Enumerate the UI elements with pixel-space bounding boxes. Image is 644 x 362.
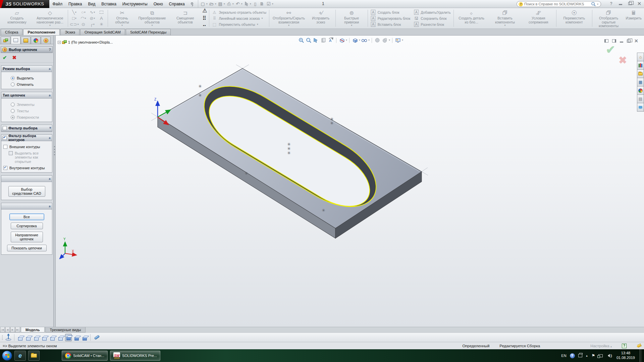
sort-button[interactable]: Сортировка	[11, 223, 43, 229]
trim-entities-button[interactable]: ✂ Отсечь объекты ▾	[109, 9, 136, 28]
tab-solidcam-operation[interactable]: Операция SolidCAM	[80, 29, 125, 35]
zoom-to-selection-icon[interactable]	[313, 37, 319, 44]
model-3d-view[interactable]: ✳✳ ✳✳ ✳✳✳ ✳✳ Z Y X	[56, 36, 644, 327]
dropdown-arrow-icon[interactable]: ▾	[232, 2, 234, 5]
insert-block-button[interactable]: 🄰Вставить блок	[371, 22, 411, 27]
taskbar-browser-icon[interactable]: e	[14, 351, 26, 361]
rotate-view-icon[interactable]: A	[327, 37, 334, 44]
doc-restore-icon[interactable]	[627, 40, 631, 43]
show-chains-button[interactable]: Показать цепочки	[7, 245, 47, 251]
section-view-icon[interactable]	[338, 37, 345, 44]
menu-edit[interactable]: Правка	[65, 0, 85, 8]
new-document-icon[interactable]: ▢	[200, 1, 206, 7]
menu-view[interactable]: Вид	[85, 0, 99, 8]
help-search-box[interactable]: ? ▾	[517, 1, 601, 7]
convert-entities-button[interactable]: ⧉ Преобразование объектов ▾	[135, 9, 169, 28]
collapse-chevron-icon[interactable]: «	[48, 178, 52, 179]
tree-expander-icon[interactable]: +	[58, 41, 61, 44]
rectangle-tool-icon[interactable]: □▾	[70, 15, 79, 21]
radio-deselect[interactable]: Отменить	[11, 82, 51, 86]
dropdown-arrow-icon[interactable]: ▾	[261, 17, 263, 20]
dropdown-arrow-icon[interactable]: ▾	[359, 39, 360, 42]
collapse-chevron-icon[interactable]: «	[48, 95, 52, 96]
action-center-flag-icon[interactable]: ⚑	[592, 353, 595, 358]
make-part-from-block-button[interactable]: 🝔 Создать деталь из бло...	[455, 9, 488, 28]
tab-appearances[interactable]	[31, 37, 41, 44]
dropdown-arrow-icon[interactable]: ▾	[389, 39, 390, 42]
collapse-chevron-icon[interactable]: «	[48, 205, 52, 207]
language-indicator[interactable]: EN	[561, 354, 566, 358]
dropdown-arrow-icon[interactable]: ▾	[346, 39, 347, 42]
measure-button[interactable]: 🖩 Измерить	[624, 9, 643, 28]
dropdown-arrow-icon[interactable]: ▾	[272, 2, 273, 5]
dropdown-arrow-icon[interactable]: ▾	[224, 2, 225, 5]
taskbar-button-solidworks[interactable]: SW2015 SOLIDWORKS Pre...	[110, 351, 160, 361]
dropdown-arrow-icon[interactable]: ▾	[49, 24, 51, 27]
dropdown-arrow-icon[interactable]: ▾	[257, 23, 258, 26]
menu-window[interactable]: Окно	[151, 0, 166, 8]
all-button[interactable]: Все	[9, 214, 44, 220]
radio-icon[interactable]	[11, 76, 15, 80]
checkbox-icon[interactable]	[3, 126, 7, 130]
show-right-pane-icon[interactable]	[612, 39, 616, 43]
minimize-button[interactable]	[617, 1, 624, 6]
feature-tree-root[interactable]: + 1 (По умолчанию<Displa...	[58, 40, 113, 44]
repair-sketch-button[interactable]: +⁄ Исправить эскиз	[307, 9, 334, 28]
apply-scene-icon[interactable]	[394, 37, 401, 44]
dropdown-arrow-icon[interactable]: ▾	[597, 3, 598, 6]
zoom-to-area-icon[interactable]	[305, 37, 312, 44]
save-icon[interactable]: ▤	[217, 1, 224, 7]
doc-close-icon[interactable]: ✕	[634, 38, 638, 44]
start-button[interactable]	[2, 351, 12, 361]
design-library-icon[interactable]	[637, 61, 644, 70]
dropdown-arrow-icon[interactable]: ▾	[241, 2, 243, 5]
point-tool-icon[interactable]: ✳	[97, 21, 106, 27]
add-remove-block-button[interactable]: 🄰Добавить/Удалить	[414, 10, 450, 15]
make-block-button[interactable]: 🄰Создать блок	[371, 10, 411, 15]
group-header[interactable]: Режим выбора «	[1, 66, 52, 72]
ok-check-icon[interactable]: ✔	[3, 55, 7, 61]
menu-file[interactable]: Файл	[49, 0, 65, 8]
restore-button[interactable]	[627, 1, 633, 6]
selection-box-icon[interactable]	[97, 9, 106, 15]
tab-solidcam[interactable]: S	[41, 37, 51, 44]
hide-show-items-icon[interactable]	[374, 37, 381, 44]
dropdown-arrow-icon[interactable]: ▾	[402, 39, 403, 42]
tray-expand-icon[interactable]: ▲	[586, 354, 588, 357]
open-document-icon[interactable]: 🗁	[208, 1, 215, 7]
tab-model[interactable]: Модель	[21, 327, 45, 333]
dropdown-arrow-icon[interactable]: ▾	[151, 24, 153, 27]
chain-direction-button[interactable]: Направление цепочек	[11, 232, 43, 242]
mates-button[interactable]: 🖇 Условия сопряжения	[522, 9, 555, 28]
view-front-icon[interactable]	[17, 334, 23, 341]
checkbox-inner-contours[interactable]: Внутренние контуры	[3, 166, 51, 170]
checkbox-icon[interactable]	[3, 136, 7, 140]
resources-home-icon[interactable]: ⌂	[637, 53, 644, 61]
show-hide-relations-button[interactable]: ⚯ Отобразить/Скрыть взаимосвязи ▾	[270, 9, 307, 28]
tray-help-icon[interactable]: ?	[570, 353, 575, 358]
tab-feature-tree[interactable]	[1, 37, 10, 44]
show-desktop-button[interactable]	[640, 349, 642, 362]
view-top-icon[interactable]	[49, 334, 56, 341]
zoom-to-fit-icon[interactable]	[298, 37, 305, 44]
show-hidden-components-button[interactable]: 🗇 Отобразить скрытые компоненты	[593, 9, 624, 28]
circle-tool-icon[interactable]: ○▾	[79, 9, 88, 15]
save-block-button[interactable]: 🖫Сохранить блок	[414, 16, 450, 21]
group-header[interactable]: Тип цепочек «	[1, 92, 52, 99]
fillet-tool-icon[interactable]: ╭▾	[88, 21, 97, 27]
file-explorer-icon[interactable]	[637, 69, 644, 78]
undo-icon[interactable]: ↶	[234, 1, 241, 7]
tab-layout[interactable]: Расположение	[23, 29, 60, 35]
dropdown-arrow-icon[interactable]: ▾	[215, 2, 216, 5]
close-button[interactable]: ✕	[636, 1, 643, 7]
dropdown-arrow-icon[interactable]: ▾	[504, 24, 506, 27]
help-icon[interactable]: ?	[608, 1, 614, 6]
edit-block-button[interactable]: 🄰Редактировать блок	[371, 16, 411, 21]
tab-solidcam-transitions[interactable]: SolidCAM Переходы	[126, 29, 171, 35]
tab-3d-views[interactable]: Трехмерные виды	[45, 327, 86, 333]
mirror-entities-button[interactable]: ⚠Зеркально отразить объекты	[212, 10, 266, 15]
quick-tips-icon[interactable]: ?	[622, 344, 627, 348]
search-icon[interactable]	[591, 2, 596, 6]
quick-snaps-button[interactable]: ⊚ Быстрые привязки ▾	[337, 9, 367, 28]
pin-menu-icon[interactable]	[190, 2, 195, 6]
